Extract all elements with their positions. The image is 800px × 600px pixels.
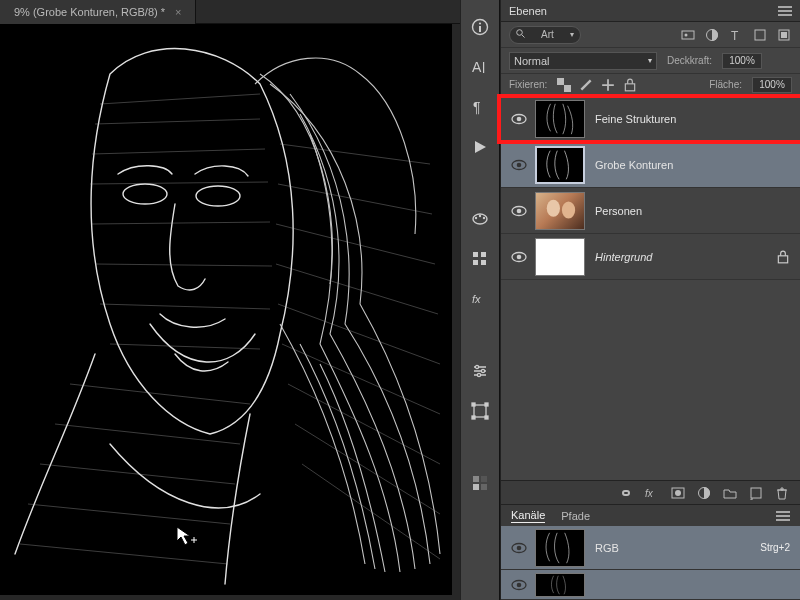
svg-point-54: [675, 490, 681, 496]
swatches-icon[interactable]: [467, 206, 493, 232]
svg-point-20: [477, 373, 480, 376]
channels-panel: Kanäle Pfade RGB Strg+2: [501, 504, 800, 600]
svg-rect-37: [781, 32, 787, 38]
canvas-image: [0, 24, 452, 595]
character-panel-icon[interactable]: A: [467, 54, 493, 80]
play-icon[interactable]: [467, 134, 493, 160]
filter-adjust-icon[interactable]: [704, 27, 720, 43]
channels-tab-strip: Kanäle Pfade: [501, 504, 800, 526]
grid-icon[interactable]: [467, 246, 493, 272]
svg-rect-26: [473, 476, 479, 482]
svg-point-42: [517, 116, 522, 121]
adjustment-layer-icon[interactable]: [696, 485, 712, 501]
svg-rect-38: [557, 78, 564, 85]
svg-rect-22: [472, 403, 475, 406]
svg-rect-16: [481, 260, 486, 265]
visibility-icon[interactable]: [511, 542, 527, 554]
layer-row[interactable]: Personen: [501, 188, 800, 234]
channel-thumbnail[interactable]: [535, 573, 585, 597]
svg-rect-15: [473, 260, 478, 265]
filter-smart-icon[interactable]: [776, 27, 792, 43]
layer-row[interactable]: Hintergrund: [501, 234, 800, 280]
layer-row[interactable]: Feine Strukturen: [501, 96, 800, 142]
new-layer-icon[interactable]: [748, 485, 764, 501]
layer-lock-row: Fixieren: Fläche: 100%: [501, 74, 800, 96]
svg-rect-39: [564, 85, 571, 92]
link-layers-icon[interactable]: [618, 485, 634, 501]
visibility-icon[interactable]: [511, 205, 527, 217]
filter-shape-icon[interactable]: [752, 27, 768, 43]
channel-row[interactable]: RGB Strg+2: [501, 526, 800, 570]
canvas-viewport[interactable]: [0, 24, 460, 600]
svg-point-48: [562, 201, 575, 218]
styles-icon[interactable]: [467, 470, 493, 496]
fx-icon[interactable]: fx: [467, 286, 493, 312]
opacity-field[interactable]: 100%: [722, 53, 762, 69]
transform-icon[interactable]: [467, 398, 493, 424]
svg-point-60: [517, 582, 522, 587]
group-icon[interactable]: [722, 485, 738, 501]
lock-pixels-icon[interactable]: [579, 78, 593, 92]
svg-rect-27: [481, 476, 487, 482]
panel-menu-icon[interactable]: [778, 6, 792, 16]
document-tab[interactable]: 9% (Grobe Konturen, RGB/8) * ×: [0, 0, 196, 24]
layer-name: Grobe Konturen: [595, 159, 794, 171]
panel-menu-icon[interactable]: [776, 511, 790, 521]
layers-panel-header: Ebenen: [501, 0, 800, 22]
svg-rect-24: [472, 416, 475, 419]
info-icon[interactable]: [467, 14, 493, 40]
lock-label: Fixieren:: [509, 79, 547, 90]
svg-point-11: [479, 215, 481, 217]
layer-list: Feine Strukturen Grobe Konturen: [501, 96, 800, 280]
visibility-icon[interactable]: [511, 251, 527, 263]
svg-point-18: [475, 365, 478, 368]
layer-thumbnail[interactable]: [535, 146, 585, 184]
chevron-down-icon: ▾: [570, 30, 574, 39]
layer-filter-row: Art ▾ T: [501, 22, 800, 48]
tab-paths[interactable]: Pfade: [561, 510, 590, 522]
svg-point-50: [517, 254, 522, 259]
blend-mode-value: Normal: [514, 55, 549, 67]
visibility-icon[interactable]: [511, 113, 527, 125]
channel-row[interactable]: [501, 570, 800, 600]
layers-panel-title[interactable]: Ebenen: [509, 5, 547, 17]
svg-point-19: [481, 369, 484, 372]
layer-row[interactable]: Grobe Konturen: [501, 142, 800, 188]
fx-icon[interactable]: fx: [644, 485, 660, 501]
visibility-icon[interactable]: [511, 159, 527, 171]
magnify-icon: [516, 29, 525, 40]
filter-pixel-icon[interactable]: [680, 27, 696, 43]
layer-filter-label: Art: [541, 29, 554, 40]
close-icon[interactable]: ×: [175, 6, 181, 18]
trash-icon[interactable]: [774, 485, 790, 501]
svg-point-44: [517, 162, 522, 167]
layer-thumbnail[interactable]: [535, 238, 585, 276]
channel-thumbnail[interactable]: [535, 529, 585, 567]
document-area: 9% (Grobe Konturen, RGB/8) * ×: [0, 0, 460, 600]
svg-point-58: [517, 545, 522, 550]
blend-mode-select[interactable]: Normal ▾: [509, 52, 657, 70]
lock-transparency-icon[interactable]: [557, 78, 571, 92]
lock-all-icon[interactable]: [623, 78, 637, 92]
fill-label: Fläche:: [709, 79, 742, 90]
layer-filter-type[interactable]: Art ▾: [509, 26, 581, 44]
adjustments-icon[interactable]: [467, 358, 493, 384]
filter-type-icon[interactable]: T: [728, 27, 744, 43]
lock-position-icon[interactable]: [601, 78, 615, 92]
svg-point-46: [517, 208, 522, 213]
layer-thumbnail[interactable]: [535, 100, 585, 138]
mask-icon[interactable]: [670, 485, 686, 501]
svg-point-32: [685, 33, 688, 36]
svg-rect-51: [778, 255, 787, 262]
svg-text:T: T: [731, 29, 739, 42]
paragraph-panel-icon[interactable]: ¶: [467, 94, 493, 120]
fill-field[interactable]: 100%: [752, 77, 792, 93]
layer-mode-row: Normal ▾ Deckkraft: 100%: [501, 48, 800, 74]
svg-rect-29: [481, 484, 487, 490]
visibility-icon[interactable]: [511, 579, 527, 591]
svg-point-4: [479, 22, 481, 24]
layer-thumbnail[interactable]: [535, 192, 585, 230]
svg-rect-56: [751, 488, 761, 498]
chevron-down-icon: ▾: [648, 56, 652, 65]
tab-channels[interactable]: Kanäle: [511, 509, 545, 523]
